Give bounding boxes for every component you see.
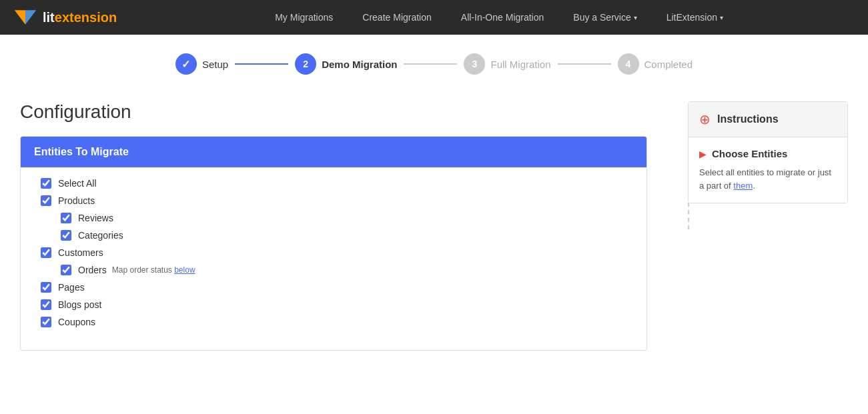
checkbox-row-customers: Customers — [41, 247, 626, 258]
entities-header: Entities To Migrate — [21, 137, 646, 167]
step-full-label: Full Migration — [490, 59, 550, 70]
instructions-section: ▶ Choose Entities — [699, 148, 837, 159]
checkbox-row-coupons: Coupons — [41, 317, 626, 327]
checkbox-customers[interactable] — [41, 247, 51, 258]
entities-card: Entities To Migrate Select All Products … — [20, 136, 647, 351]
sidebar: ⊕ Instructions ▶ Choose Entities Select … — [688, 101, 848, 351]
step-demo-label: Demo Migration — [322, 59, 397, 70]
instructions-body-text: Select all entities to migrate or just a… — [699, 166, 837, 192]
step-completed-label: Completed — [644, 59, 693, 70]
step-line-1 — [235, 63, 288, 65]
step-completed-circle: 4 — [618, 53, 639, 75]
label-pages[interactable]: Pages — [58, 282, 85, 293]
checkbox-row-select-all: Select All — [41, 178, 626, 189]
checkbox-row-reviews: Reviews — [61, 213, 626, 223]
map-order-status: Map order status below — [112, 265, 195, 275]
nav-links: My Migrations Create Migration All-In-On… — [143, 0, 855, 35]
nav-all-in-one-migration[interactable]: All-In-One Migration — [446, 0, 559, 35]
svg-marker-0 — [15, 10, 25, 25]
instructions-title: Instructions — [717, 113, 779, 125]
step-line-3 — [558, 63, 611, 65]
main-container: Configuration Entities To Migrate Select… — [0, 88, 868, 364]
instructions-section-title-text: Choose Entities — [712, 148, 787, 159]
checkbox-row-pages: Pages — [41, 282, 626, 293]
label-products[interactable]: Products — [58, 195, 95, 206]
litextension-caret-icon: ▾ — [720, 14, 723, 21]
checkbox-row-categories: Categories — [61, 230, 626, 241]
step-demo-migration: 2 Demo Migration — [295, 53, 397, 75]
step-setup-circle — [175, 53, 197, 75]
nav-litextension[interactable]: LitExtension ▾ — [652, 0, 738, 35]
label-select-all[interactable]: Select All — [58, 178, 97, 189]
choose-entities-arrow-icon: ▶ — [699, 149, 707, 159]
checkbox-row-orders: Orders Map order status below — [61, 265, 626, 275]
label-orders[interactable]: Orders — [78, 265, 107, 275]
svg-marker-1 — [25, 10, 36, 25]
step-demo-circle: 2 — [295, 53, 316, 75]
label-customers[interactable]: Customers — [58, 247, 103, 258]
setup-check-icon — [181, 58, 190, 71]
checkbox-pages[interactable] — [41, 282, 51, 293]
buy-service-caret-icon: ▾ — [634, 14, 637, 21]
content-area: Configuration Entities To Migrate Select… — [20, 101, 675, 351]
checkbox-coupons[interactable] — [41, 317, 51, 327]
navbar: litextension My Migrations Create Migrat… — [0, 0, 868, 35]
nav-buy-a-service[interactable]: Buy a Service ▾ — [558, 0, 651, 35]
entities-body: Select All Products Reviews Categories — [21, 167, 646, 350]
checkbox-reviews[interactable] — [61, 213, 71, 223]
step-setup-label: Setup — [202, 59, 228, 70]
stepper: Setup 2 Demo Migration 3 Full Migration … — [0, 35, 868, 88]
checkbox-categories[interactable] — [61, 230, 71, 241]
step-full-circle: 3 — [464, 53, 485, 75]
label-blogs-post[interactable]: Blogs post — [58, 299, 101, 310]
page-title: Configuration — [20, 101, 675, 123]
checkbox-blogs-post[interactable] — [41, 299, 51, 310]
step-line-2 — [404, 63, 457, 65]
label-categories[interactable]: Categories — [78, 230, 123, 241]
label-reviews[interactable]: Reviews — [78, 213, 113, 223]
checkbox-orders[interactable] — [61, 265, 71, 275]
step-completed: 4 Completed — [618, 53, 693, 75]
instructions-header: ⊕ Instructions — [689, 102, 847, 137]
logo[interactable]: litextension — [13, 5, 117, 29]
nav-my-migrations[interactable]: My Migrations — [260, 0, 348, 35]
logo-text: litextension — [43, 10, 117, 25]
instructions-body-link[interactable]: them — [733, 181, 753, 191]
checkbox-products[interactable] — [41, 195, 51, 206]
checkbox-select-all[interactable] — [41, 178, 51, 189]
instructions-body: ▶ Choose Entities Select all entities to… — [689, 137, 847, 203]
instructions-card: ⊕ Instructions ▶ Choose Entities Select … — [688, 101, 848, 203]
step-setup: Setup — [175, 53, 228, 75]
label-coupons[interactable]: Coupons — [58, 317, 95, 327]
nav-create-migration[interactable]: Create Migration — [348, 0, 446, 35]
map-order-link[interactable]: below — [174, 265, 195, 275]
checkbox-row-products: Products — [41, 195, 626, 206]
step-full-migration: 3 Full Migration — [464, 53, 550, 75]
checkbox-row-blogs-post: Blogs post — [41, 299, 626, 310]
instructions-icon: ⊕ — [699, 111, 711, 127]
